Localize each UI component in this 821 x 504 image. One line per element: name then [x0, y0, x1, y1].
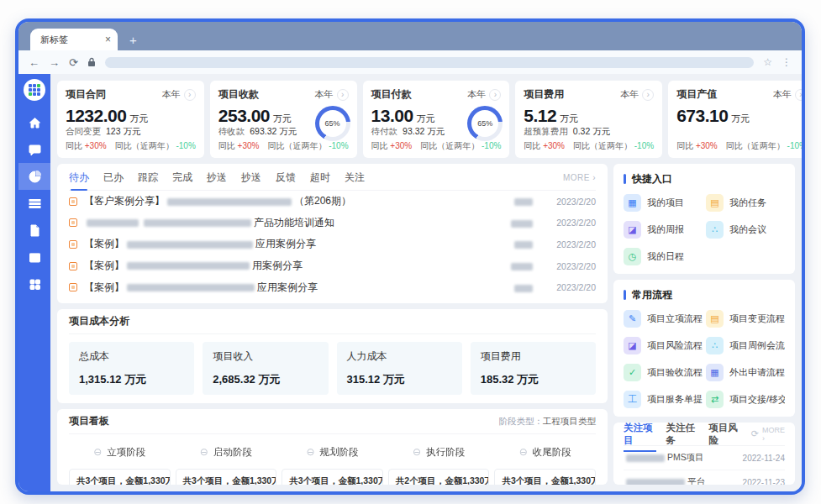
follow-tab-3[interactable]: 项目风险 — [708, 423, 741, 452]
entry-label: 我的项目 — [647, 197, 684, 209]
sidebar-item-grid[interactable] — [18, 270, 50, 297]
my-schedule-entry[interactable]: ◷我的日程 — [624, 248, 703, 265]
menu-icon[interactable]: ⋮ — [782, 56, 792, 68]
stage-card[interactable]: 共2个项目，金额1,330万元负责人： — [388, 469, 490, 485]
stage-summary: 共3个项目，金额1,330万元 — [183, 475, 270, 485]
stage-chevron-2[interactable]: ⊖启动阶段 — [176, 441, 277, 463]
quick-entry-title: 快捷入口 — [632, 172, 672, 186]
follow-date: 2022-11-23 — [743, 478, 785, 486]
stage-card[interactable]: 共3个项目，金额1,330万元负责人： — [282, 469, 383, 485]
todo-tab-3[interactable]: 跟踪 — [138, 165, 158, 191]
todo-date: 2023/2/20 — [542, 261, 596, 271]
redacted-assignee — [511, 263, 533, 270]
browser-tab[interactable]: 新标签 × — [30, 29, 118, 50]
back-icon[interactable]: ← — [29, 57, 39, 68]
acceptance-entry[interactable]: ✓项目验收流程 — [624, 364, 703, 381]
follow-date: 2022-11-24 — [743, 454, 785, 463]
redacted-text — [144, 219, 251, 227]
todo-tab-5[interactable]: 抄送 — [207, 165, 227, 191]
list-icon — [29, 197, 41, 210]
stage-chevron-3[interactable]: ⊖规划阶段 — [282, 441, 383, 463]
circle-minus-icon: ⊖ — [306, 447, 314, 457]
new-tab-button[interactable]: + — [129, 34, 137, 46]
period-filter[interactable]: 本年› — [162, 88, 196, 101]
my-meeting-icon: ∴ — [706, 221, 724, 239]
chevron-right-icon[interactable]: › — [642, 89, 654, 101]
browser-toolbar: ← → ⟳ ☆ ⋮ — [18, 50, 802, 74]
todo-row[interactable]: 产品功能培训通知2023/2/20 — [69, 216, 596, 230]
stage-type-filter[interactable]: 阶段类型：工程项目类型 — [499, 416, 597, 428]
text-segment: 平台 — [687, 476, 705, 485]
period-filter[interactable]: 本年› — [315, 88, 349, 101]
more-link[interactable]: MORE › — [563, 173, 596, 182]
todo-row[interactable]: 【案例】用案例分享2023/2/20 — [69, 259, 596, 273]
cost-box[interactable]: 人力成本315.12 万元 — [337, 342, 462, 395]
cost-box[interactable]: 总成本1,315.12 万元 — [69, 342, 194, 395]
cost-box[interactable]: 项目费用185.32 万元 — [471, 342, 596, 395]
bookmark-icon[interactable]: ☆ — [763, 56, 772, 68]
browser-titlebar: 新标签 × + — [18, 22, 802, 50]
project-risk-entry[interactable]: ◪项目风险流程 — [624, 337, 703, 354]
chevron-right-icon[interactable]: › — [489, 89, 501, 101]
reload-icon[interactable]: ⟳ — [69, 57, 78, 68]
todo-tab-9[interactable]: 关注 — [345, 165, 365, 191]
entry-label: 项目验收流程 — [647, 366, 703, 379]
sidebar-item-pie[interactable] — [18, 163, 50, 190]
weekly-meeting-entry[interactable]: ∴项目周例会流程 — [706, 337, 785, 354]
todo-tab-2[interactable]: 已办 — [103, 165, 124, 191]
forward-icon[interactable]: → — [49, 57, 60, 68]
entry-label: 我的会议 — [729, 223, 766, 236]
kpi-card-2: 项目收款本年›253.00万元65%待收款693.32 万元同比 +30%同比（… — [210, 81, 357, 158]
chevron-right-icon[interactable]: › — [795, 89, 805, 101]
project-initiation-entry[interactable]: ✎项目立项流程 — [624, 310, 703, 328]
follow-tab-2[interactable]: 关注任务 — [666, 423, 699, 452]
stage-card[interactable]: 共3个项目，金额1,330万元负责人： — [69, 469, 171, 485]
more-link[interactable]: MORE › — [762, 426, 785, 443]
stage-card[interactable]: 共3个项目，金额1,330万元负责人： — [176, 469, 277, 485]
service-ticket-entry[interactable]: 工项目服务单提交 — [624, 391, 703, 408]
follow-actions: ⟳MORE › — [751, 426, 785, 443]
my-report-entry[interactable]: ◪我的周报 — [624, 221, 703, 239]
chevron-right-icon[interactable]: › — [337, 89, 349, 101]
kpi-card-header: 项目费用本年› — [524, 87, 654, 102]
my-meeting-entry[interactable]: ∴我的会议 — [706, 221, 785, 239]
todo-tab-1[interactable]: 待办 — [69, 165, 89, 191]
todo-row[interactable]: 【案例】应用案例分享2023/2/20 — [69, 237, 596, 251]
sidebar-item-home[interactable] — [18, 109, 50, 136]
sidebar-item-list[interactable] — [18, 190, 50, 217]
todo-row[interactable]: 【案例】应用案例分享2023/2/20 — [69, 281, 596, 295]
stage-label: 收尾阶段 — [533, 446, 571, 459]
handover-entry[interactable]: ⇄项目交接/移交流程 — [706, 391, 785, 408]
follow-row[interactable]: 平台2022-11-23 — [624, 470, 785, 485]
app-logo[interactable] — [24, 79, 45, 101]
assignee — [512, 239, 535, 250]
stage-chevron-5[interactable]: ⊖收尾阶段 — [494, 441, 596, 463]
todo-tab-8[interactable]: 超时 — [310, 165, 330, 191]
follow-tab-1[interactable]: 关注项目 — [624, 423, 656, 452]
chevron-right-icon[interactable]: › — [184, 89, 196, 101]
stage-chevron-4[interactable]: ⊖执行阶段 — [388, 441, 490, 463]
project-change-entry[interactable]: ▤项目变更流程 — [706, 310, 785, 328]
refresh-icon[interactable]: ⟳ — [751, 428, 759, 439]
sidebar-item-doc[interactable] — [18, 217, 50, 244]
todo-tab-7[interactable]: 反馈 — [276, 165, 296, 191]
common-process-card: 常用流程 ✎项目立项流程▤项目变更流程◪项目风险流程∴项目周例会流程✓项目验收流… — [613, 280, 795, 417]
address-bar[interactable] — [105, 57, 754, 68]
stage-card[interactable]: 共3个项目，金额1,330万元负责人： — [494, 469, 596, 485]
sidebar-item-calendar[interactable] — [18, 244, 50, 270]
out-request-entry[interactable]: ▦外出申请流程 — [706, 364, 785, 381]
cost-box[interactable]: 项目收入2,685.32 万元 — [203, 342, 328, 395]
circle-minus-icon: ⊖ — [519, 447, 528, 457]
my-task-entry[interactable]: ▤我的任务 — [706, 194, 785, 212]
stage-chevron-1[interactable]: ⊖立项阶段 — [69, 441, 171, 463]
period-filter[interactable]: 本年› — [773, 88, 805, 101]
todo-row[interactable]: 【客户案例分享】（第206期）2023/2/20 — [69, 194, 596, 208]
acceptance-icon: ✓ — [624, 364, 641, 381]
my-project-entry[interactable]: ▦我的项目 — [624, 194, 703, 212]
tab-close-icon[interactable]: × — [105, 34, 111, 45]
sidebar-item-chat[interactable] — [18, 136, 50, 163]
todo-tab-4[interactable]: 完成 — [172, 165, 192, 191]
todo-tab-6[interactable]: 抄送 — [241, 165, 261, 191]
period-filter[interactable]: 本年› — [620, 88, 654, 101]
period-filter[interactable]: 本年› — [467, 88, 501, 101]
